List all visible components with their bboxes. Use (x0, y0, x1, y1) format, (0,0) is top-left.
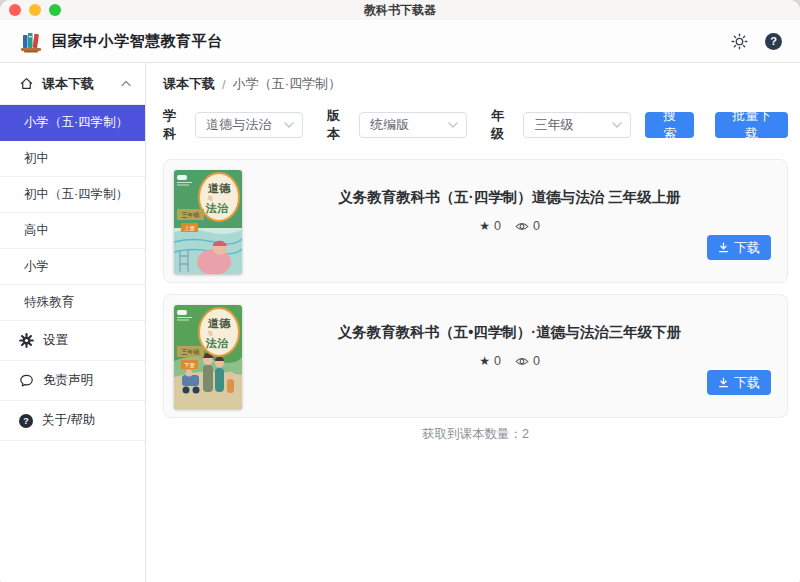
download-button[interactable]: 下载 (707, 370, 771, 395)
help-icon[interactable]: ? (765, 33, 782, 50)
book-stats: ★ 0 0 (479, 219, 540, 233)
app-logo-books-icon (18, 28, 44, 54)
gear-icon (19, 333, 34, 348)
app-window: 教科书下载器 国家中小学智慧教育平台 ? (0, 0, 800, 582)
svg-text:法治: 法治 (205, 337, 229, 349)
chevron-down-icon (612, 122, 622, 128)
filter-row: 学科 道德与法治 版本 统编版 年级 三年级 搜索 批量下载 (163, 107, 788, 143)
svg-text:三年级: 三年级 (182, 212, 200, 218)
views-stat: 0 (515, 354, 540, 368)
sidebar-item-special-education[interactable]: 特殊教育 (0, 285, 145, 321)
sidebar-item-senior[interactable]: 高中 (0, 213, 145, 249)
app-header: 国家中小学智慧教育平台 ? (0, 20, 800, 63)
download-icon (718, 242, 729, 253)
breadcrumb-current: 小学（五·四学制） (233, 75, 341, 93)
download-button[interactable]: 下载 (707, 235, 771, 260)
star-icon: ★ (479, 219, 490, 233)
eye-icon (515, 221, 529, 232)
chevron-down-icon (448, 122, 458, 128)
svg-text:与: 与 (208, 195, 213, 201)
star-count: 0 (494, 354, 501, 368)
subject-select[interactable]: 道德与法治 (195, 112, 303, 138)
sidebar-item-primary[interactable]: 小学 (0, 249, 145, 285)
star-stat: ★ 0 (479, 354, 501, 368)
book-info: 义务教育教科书（五·四学制）道德与法治 三年级上册 ★ 0 0 (242, 170, 777, 272)
sidebar: 课本下载 小学（五·四学制） 初中 初中（五·四学制） 高中 小学 特殊教育 (0, 63, 146, 582)
grade-label: 年级 (491, 107, 514, 143)
home-icon (19, 76, 34, 91)
svg-text:三年级: 三年级 (182, 349, 200, 355)
book-cover-volume1[interactable]: 道德 与 法治 三年级 上册 (174, 170, 242, 274)
speech-bubble-icon (19, 373, 34, 388)
sidebar-item-settings[interactable]: 设置 (0, 321, 145, 361)
book-title: 义务教育教科书（五•四学制）·道德与法治三年级下册 (338, 323, 681, 342)
breadcrumb-separator: / (222, 77, 226, 92)
edition-label: 版本 (327, 107, 350, 143)
edition-select[interactable]: 统编版 (359, 112, 467, 138)
main-content: 课本下载 / 小学（五·四学制） 学科 道德与法治 版本 统编版 年级 三年级 (146, 63, 800, 582)
svg-text:法治: 法治 (205, 202, 229, 214)
sidebar-item-about-help[interactable]: ? 关于/帮助 (0, 401, 145, 441)
result-count-text: 获取到课本数量：2 (163, 426, 788, 443)
star-stat: ★ 0 (479, 219, 501, 233)
svg-text:下册: 下册 (184, 362, 196, 369)
book-info: 义务教育教科书（五•四学制）·道德与法治三年级下册 ★ 0 0 (242, 305, 777, 407)
book-card: 道德 与 法治 三年级 上册 义务教育教科书（五·四学制）道德与法治 三年级上册 (163, 159, 788, 283)
breadcrumb-root[interactable]: 课本下载 (163, 75, 215, 93)
book-card: 道德 与 法治 三年级 下册 义务教育教科书（五•四学制）·道德与法治三年级下册 (163, 294, 788, 418)
chevron-up-icon (121, 80, 131, 87)
sidebar-group-label: 课本下载 (42, 75, 94, 93)
question-circle-icon: ? (19, 414, 33, 428)
batch-download-button[interactable]: 批量下载 (715, 112, 788, 138)
star-count: 0 (494, 219, 501, 233)
book-title: 义务教育教科书（五·四学制）道德与法治 三年级上册 (338, 188, 680, 207)
svg-text:道德: 道德 (207, 182, 231, 194)
window-title: 教科书下载器 (0, 2, 800, 19)
titlebar: 教科书下载器 (0, 0, 800, 20)
download-icon (718, 377, 729, 388)
header-actions: ? (729, 31, 782, 51)
svg-text:上册: 上册 (184, 225, 196, 232)
sidebar-item-junior-5-4[interactable]: 初中（五·四学制） (0, 177, 145, 213)
svg-text:与: 与 (208, 330, 213, 336)
book-cover-volume2[interactable]: 道德 与 法治 三年级 下册 (174, 305, 242, 409)
platform-title: 国家中小学智慧教育平台 (52, 32, 223, 51)
view-count: 0 (533, 354, 540, 368)
sidebar-item-disclaimer[interactable]: 免责声明 (0, 361, 145, 401)
sidebar-group-textbook-download[interactable]: 课本下载 (0, 63, 145, 105)
grade-select[interactable]: 三年级 (523, 112, 631, 138)
sidebar-item-primary-5-4[interactable]: 小学（五·四学制） (0, 105, 145, 141)
search-button[interactable]: 搜索 (645, 112, 694, 138)
subject-label: 学科 (163, 107, 186, 143)
sidebar-item-junior[interactable]: 初中 (0, 141, 145, 177)
theme-toggle-sun-icon[interactable] (729, 31, 749, 51)
views-stat: 0 (515, 219, 540, 233)
eye-icon (515, 356, 529, 367)
view-count: 0 (533, 219, 540, 233)
svg-text:道德: 道德 (207, 317, 231, 329)
breadcrumb: 课本下载 / 小学（五·四学制） (163, 75, 788, 93)
star-icon: ★ (479, 354, 490, 368)
chevron-down-icon (284, 122, 294, 128)
book-stats: ★ 0 0 (479, 354, 540, 368)
